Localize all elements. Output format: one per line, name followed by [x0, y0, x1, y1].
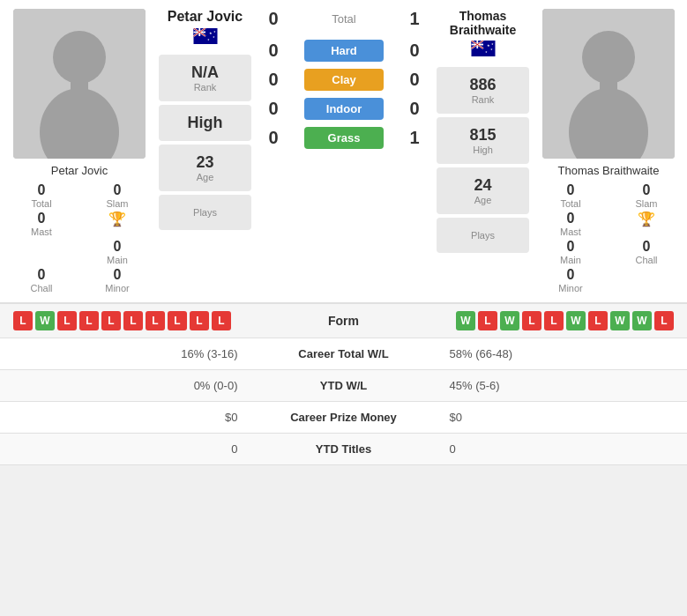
player2-main-cell: 0 Main: [534, 239, 608, 265]
player1-trophy-icon: 🏆: [108, 211, 126, 227]
stats-left-value: 0% (0-0): [0, 379, 256, 392]
player2-plays-box: Plays: [437, 218, 529, 253]
stats-center-label: YTD Titles: [256, 442, 432, 456]
stats-center-label: Career Prize Money: [256, 411, 432, 424]
grass-score-left: 0: [260, 128, 287, 148]
player1-main-value: 0: [114, 239, 122, 255]
stats-center-label: Career Total W/L: [256, 347, 432, 360]
form-badge: L: [101, 311, 121, 330]
top-section: Petar Jovic 0 Total 0 Slam 0 Mast 🏆: [0, 0, 687, 302]
svg-text:★: ★: [213, 35, 215, 39]
total-score-right: 1: [401, 9, 428, 29]
clay-score-right: 0: [401, 70, 428, 90]
player1-main-cell: 0 Main: [80, 239, 154, 265]
player2-slam-value: 0: [643, 182, 651, 198]
player2-high-label: High: [450, 145, 516, 155]
player1-avatar: [13, 9, 146, 159]
form-badge: W: [566, 311, 586, 330]
player2-chall-value: 0: [643, 239, 651, 255]
form-badge: W: [456, 311, 475, 330]
svg-text:★: ★: [208, 32, 212, 35]
grass-score-right: 1: [401, 128, 428, 148]
player1-form-badges: LWLLLLLLLL: [13, 311, 231, 330]
form-badge: L: [588, 311, 608, 330]
stats-right-value: 0: [432, 442, 688, 456]
player1-chall-label: Chall: [30, 283, 52, 293]
player1-name: Petar Jovic: [51, 164, 108, 177]
form-badge: L: [123, 311, 143, 330]
indoor-badge: Indoor: [304, 98, 384, 120]
svg-text:★: ★: [206, 38, 209, 41]
svg-point-29: [582, 31, 635, 84]
player2-main-label: Main: [560, 255, 581, 265]
svg-text:★: ★: [486, 44, 489, 48]
player2-rank-value: 886: [450, 76, 516, 94]
player2-minor-cell: 0 Minor: [534, 267, 608, 293]
player2-rank-box: 886 Rank: [437, 67, 529, 114]
form-badge: L: [146, 311, 165, 330]
player2-age-box: 24 Age: [437, 167, 529, 214]
player2-high-value: 815: [450, 126, 516, 145]
indoor-row: 0 Indoor 0: [260, 98, 428, 120]
hard-score-left: 0: [260, 41, 287, 61]
player1-plays-label: Plays: [172, 207, 238, 218]
form-badge: L: [544, 311, 564, 330]
match-stats: 0 Total 1 0 Hard 0 0 Clay 0 0 Indoor 0: [256, 9, 432, 293]
player1-center-info: Petar Jovic ★ ★ ★ ★ N/A Rank: [159, 9, 251, 293]
player1-mast-label: Mast: [31, 226, 52, 237]
player1-slam-value: 0: [114, 182, 122, 198]
player2-chall-cell: 0 Chall: [609, 239, 683, 265]
player2-rank-label: Rank: [450, 94, 516, 105]
player2-total-cell: 0 Total: [534, 182, 608, 209]
clay-score-left: 0: [260, 70, 287, 90]
stats-row: 16% (3-16)Career Total W/L58% (66-48): [0, 338, 687, 370]
stats-right-value: $0: [432, 411, 688, 424]
player1-flag: ★ ★ ★ ★: [193, 28, 218, 44]
player1-age-label: Age: [172, 172, 238, 182]
form-badge: L: [478, 311, 497, 330]
player1-minor-label: Minor: [105, 283, 130, 293]
player2-trophy-icon: 🏆: [638, 211, 655, 227]
player2-center-name: Thomas Braithwaite: [437, 9, 529, 37]
stats-left-value: 16% (3-16): [0, 347, 256, 360]
player1-card: Petar Jovic 0 Total 0 Slam 0 Mast 🏆: [4, 9, 154, 293]
player1-mast-value: 0: [38, 211, 46, 226]
hard-row: 0 Hard 0: [260, 40, 428, 62]
hard-badge: Hard: [304, 40, 384, 62]
svg-point-1: [53, 31, 106, 84]
player1-rank-value: N/A: [172, 63, 238, 82]
stats-container: 16% (3-16)Career Total W/L58% (66-48)0% …: [0, 338, 687, 465]
player2-avatar: [542, 9, 675, 159]
player1-slam-label: Slam: [106, 198, 128, 209]
indoor-score-left: 0: [260, 99, 287, 119]
form-badge: L: [190, 311, 209, 330]
form-label: Form: [328, 314, 359, 328]
clay-row: 0 Clay 0: [260, 69, 428, 91]
player1-age-box: 23 Age: [159, 145, 251, 191]
player1-minor-cell: 0 Minor: [80, 267, 154, 293]
form-badge: L: [57, 311, 77, 330]
hard-score-right: 0: [401, 41, 428, 61]
player1-mast-cell: 0 Mast: [4, 211, 78, 237]
form-badge: L: [13, 311, 33, 330]
stats-row: 0YTD Titles0: [0, 434, 687, 465]
player2-center-info: Thomas Braithwaite ★ ★ ★ ★ 886 Rank: [437, 9, 529, 293]
player1-high-value: High: [172, 114, 238, 132]
player2-mast-value: 0: [567, 211, 575, 226]
player2-age-label: Age: [450, 195, 516, 205]
player2-main-value: 0: [567, 239, 575, 255]
grass-row: 0 Grass 1: [260, 127, 428, 149]
player2-minor-label: Minor: [558, 283, 583, 293]
player2-card: Thomas Braithwaite 0 Total 0 Slam 0 Mast…: [534, 9, 683, 293]
bottom-section: LWLLLLLLLL Form WLWLLWLWWL 16% (3-16)Car…: [0, 302, 687, 465]
player2-stats: 0 Total 0 Slam 0 Mast 🏆 0 Main: [534, 182, 683, 293]
svg-rect-31: [600, 79, 617, 97]
player2-plays-label: Plays: [450, 230, 516, 241]
player1-stats: 0 Total 0 Slam 0 Mast 🏆 0 Main: [4, 182, 154, 293]
total-label: Total: [332, 12, 355, 26]
player2-mast-label: Mast: [560, 226, 581, 237]
player1-high-box: High: [159, 105, 251, 141]
player1-plays-box: Plays: [159, 195, 251, 230]
form-badge: L: [212, 311, 231, 330]
stats-row: 0% (0-0)YTD W/L45% (5-6): [0, 370, 687, 402]
